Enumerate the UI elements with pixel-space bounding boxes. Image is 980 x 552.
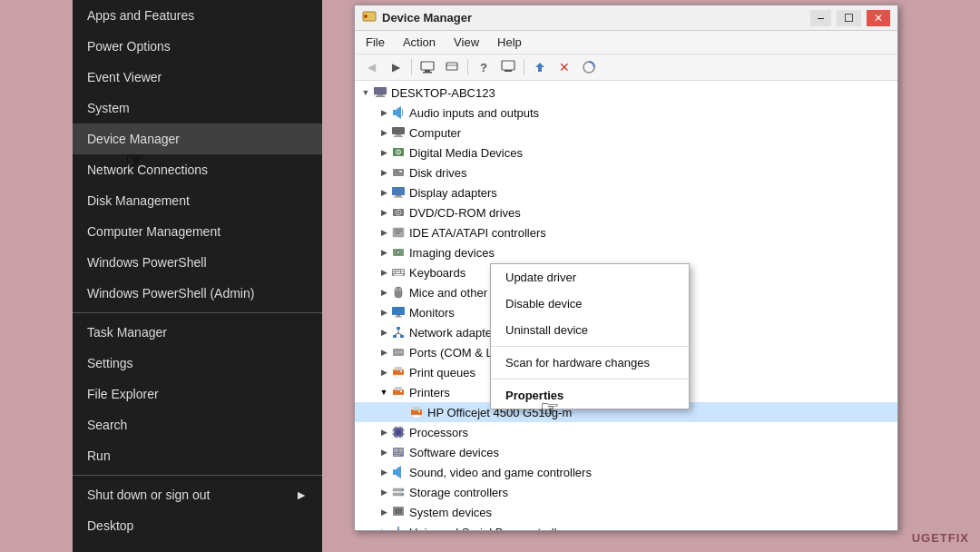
processors-icon	[391, 425, 406, 439]
svg-line-55	[398, 333, 402, 335]
svg-point-58	[397, 351, 399, 353]
tree-sound[interactable]: ▶ Sound, video and game controllers	[355, 462, 897, 482]
svg-rect-39	[401, 270, 404, 271]
tree-usb[interactable]: ▶ Universal Serial Bus controllers	[355, 522, 897, 530]
menu-item-task-manager[interactable]: Task Manager	[73, 317, 322, 348]
svg-point-1	[364, 15, 368, 18]
menu-item-settings[interactable]: Settings	[73, 348, 322, 379]
svg-rect-47	[392, 307, 405, 315]
svg-point-59	[400, 351, 402, 353]
svg-point-57	[395, 351, 397, 353]
tree-root[interactable]: ▼ DESKTOP-ABC123	[355, 83, 897, 103]
menu-item-power[interactable]: Power Options	[73, 31, 322, 62]
disk-icon	[391, 165, 406, 180]
tree-ide[interactable]: ▶ IDE ATA/ATAPI controllers	[355, 222, 897, 242]
menu-item-shutdown[interactable]: Shut down or sign out ►	[73, 479, 322, 510]
tree-software-devices[interactable]: ▶ Software devices	[355, 442, 897, 462]
tree-disk[interactable]: ▶ Disk drives	[355, 163, 897, 182]
storage-icon	[391, 485, 406, 499]
menu-view[interactable]: View	[446, 33, 486, 52]
titlebar-icon	[362, 9, 377, 26]
maximize-button[interactable]: ☐	[837, 10, 861, 26]
menu-item-event-viewer[interactable]: Event Viewer	[73, 62, 322, 93]
svg-point-91	[402, 494, 404, 496]
context-uninstall-device[interactable]: Uninstall device	[491, 317, 689, 343]
disk-arrow: ▶	[377, 165, 391, 180]
dvd-icon	[391, 205, 406, 220]
svg-rect-37	[396, 270, 397, 271]
menu-item-disk-mgmt[interactable]: Disk Management	[73, 185, 322, 216]
menu-item-search[interactable]: Search	[73, 409, 322, 440]
system-devices-icon	[391, 505, 406, 519]
svg-rect-65	[395, 387, 402, 390]
tree-dvd[interactable]: ▶ DVD/CD-ROM drives	[355, 202, 897, 222]
update-driver-btn[interactable]	[529, 57, 551, 77]
minimize-button[interactable]: –	[810, 10, 831, 26]
tree-imaging[interactable]: ▶ Imaging devices	[355, 242, 897, 262]
menu-item-device-manager[interactable]: Device Manager	[73, 123, 322, 154]
arrow-right-icon: ►	[295, 488, 308, 502]
sound-icon	[391, 465, 406, 479]
mice-arrow: ▶	[377, 285, 391, 300]
menu-item-powershell-admin[interactable]: Windows PowerShell (Admin)	[73, 278, 322, 309]
context-update-driver[interactable]: Update driver	[491, 264, 689, 291]
svg-rect-7	[502, 61, 514, 70]
tree-system-devices[interactable]: ▶ System devices	[355, 502, 897, 522]
menu-item-system[interactable]: System	[73, 93, 322, 123]
svg-rect-83	[394, 448, 398, 452]
toolbar-btn-scan[interactable]	[497, 57, 519, 77]
context-divider-2	[491, 379, 689, 380]
tree-storage[interactable]: ▶ Storage controllers	[355, 482, 897, 502]
svg-rect-40	[393, 272, 395, 274]
svg-rect-86	[394, 455, 400, 456]
menu-help[interactable]: Help	[490, 33, 529, 52]
sound-arrow: ▶	[377, 465, 391, 479]
print-queues-label: Print queues	[409, 366, 475, 380]
imaging-icon	[391, 245, 406, 260]
close-button[interactable]: ✕	[867, 10, 890, 26]
audio-label: Audio inputs and outputs	[409, 106, 539, 120]
tree-digital-media[interactable]: ▶ Digital Media Devices	[355, 143, 897, 163]
menu-item-desktop[interactable]: Desktop	[73, 510, 322, 541]
tree-processors[interactable]: ▶ Processors	[355, 422, 897, 442]
dvd-label: DVD/CD-ROM drives	[409, 206, 521, 220]
menu-item-network[interactable]: Network Connections	[73, 154, 322, 185]
svg-rect-84	[399, 448, 403, 452]
keyboard-icon	[391, 265, 406, 280]
software-devices-label: Software devices	[409, 446, 499, 459]
menu-item-file-explorer[interactable]: File Explorer	[73, 379, 322, 409]
context-disable-device[interactable]: Disable device	[491, 291, 689, 317]
computer-icon-btn[interactable]	[416, 57, 438, 77]
mouse-icon	[391, 285, 406, 300]
tree-display[interactable]: ▶ Display adapters	[355, 182, 897, 202]
menu-item-apps-features[interactable]: Apps and Features	[73, 0, 322, 31]
menu-item-run[interactable]: Run	[73, 440, 322, 471]
imaging-label: Imaging devices	[409, 246, 495, 260]
toolbar-sep-2	[467, 59, 468, 75]
tree-audio[interactable]: ▶ Audio inputs and outputs	[355, 103, 897, 123]
back-button[interactable]: ◀	[360, 57, 382, 77]
toolbar-btn-2[interactable]	[441, 57, 463, 77]
audio-arrow: ▶	[377, 105, 391, 120]
print-queues-icon	[391, 365, 406, 380]
usb-label: Universal Serial Bus controllers	[409, 526, 573, 531]
scan-hardware-btn[interactable]	[578, 57, 600, 77]
help-icon-btn[interactable]: ?	[473, 57, 495, 77]
network-icon	[391, 325, 406, 340]
context-properties[interactable]: Properties	[491, 382, 689, 409]
menu-item-computer-mgmt[interactable]: Computer Management	[73, 216, 322, 247]
menu-action[interactable]: Action	[396, 33, 443, 52]
processors-arrow: ▶	[377, 425, 391, 439]
tree-computer[interactable]: ▶ Computer	[355, 123, 897, 143]
menu-item-powershell[interactable]: Windows PowerShell	[73, 247, 322, 278]
svg-point-34	[397, 251, 399, 253]
svg-rect-15	[396, 134, 401, 136]
svg-rect-8	[505, 70, 512, 72]
uninstall-btn[interactable]: ✕	[554, 57, 575, 77]
monitors-arrow: ▶	[377, 305, 391, 320]
menu-file[interactable]: File	[358, 33, 392, 52]
forward-button[interactable]: ▶	[385, 57, 407, 77]
keyboards-arrow: ▶	[377, 265, 391, 280]
svg-rect-10	[374, 87, 387, 94]
context-scan-hardware[interactable]: Scan for hardware changes	[491, 350, 689, 376]
